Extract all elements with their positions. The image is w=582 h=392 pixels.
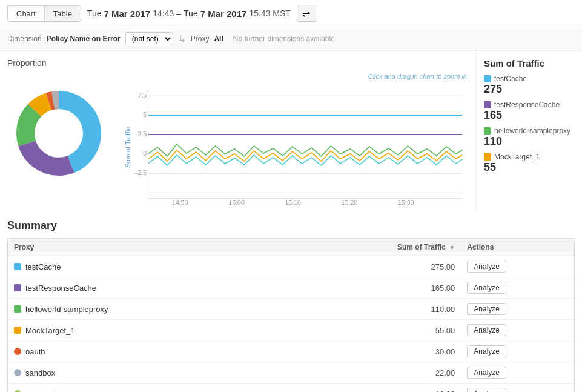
date-start-day: Tue [87, 8, 102, 18]
proxy-cell: testCache [8, 256, 320, 277]
traffic-value: 165.00 [319, 277, 461, 299]
traffic-value: 30.00 [319, 341, 461, 362]
legend-item-name: testResponseCache [484, 101, 575, 109]
legend-item: testCache 275 [484, 75, 575, 96]
svg-text:15:20: 15:20 [342, 199, 358, 206]
tab-chart[interactable]: Chart [8, 6, 45, 21]
proxy-cell: oauth [8, 341, 320, 362]
proxy-dot [14, 348, 21, 355]
dimension-separator: ↳ [178, 33, 186, 45]
svg-text:–2.5: –2.5 [134, 170, 147, 176]
summary-title: Summary [7, 219, 575, 232]
proxy-name: testResponseCache [25, 284, 96, 293]
proxy-dot [14, 263, 21, 270]
svg-text:2.5: 2.5 [138, 131, 147, 138]
date-end-day: Tue [184, 8, 198, 18]
sort-icon: ▼ [449, 244, 455, 251]
dimension-select[interactable]: (not set) [125, 32, 173, 45]
col-actions: Actions [461, 239, 574, 256]
date-start-time: 14:43 [153, 8, 174, 18]
line-chart[interactable]: Sum of Traffic 7.5 5 2.5 0 –2.5 [122, 84, 469, 205]
summary-section: Summary Proxy Sum of Traffic ▼ Actions t… [0, 212, 582, 392]
actions-cell: Analyze [461, 277, 574, 299]
legend-item: testResponseCache 165 [484, 101, 575, 122]
proxy-cell: sandbox [8, 362, 320, 384]
analyze-button[interactable]: Analyze [467, 261, 506, 273]
svg-text:0: 0 [143, 150, 147, 157]
proxy-cell: MockTarget_1 [8, 320, 320, 341]
analyze-button[interactable]: Analyze [467, 345, 506, 357]
tab-group: Chart Table [7, 5, 81, 22]
legend-item: helloworld-sampleproxy 110 [484, 127, 575, 148]
table-row: testCache 275.00 Analyze [8, 256, 575, 277]
traffic-value: 55.00 [319, 320, 461, 341]
right-legend-panel: Sum of Traffic testCache 275 testRespons… [476, 51, 582, 212]
date-end-bold: 7 Mar 2017 [200, 8, 247, 19]
traffic-value: 22.00 [319, 362, 461, 384]
summary-table: Proxy Sum of Traffic ▼ Actions testCache… [7, 238, 575, 392]
actions-cell: Analyze [461, 256, 574, 277]
table-row: sandbox 22.00 Analyze [8, 362, 575, 384]
line-chart-wrapper: Click and drag in chart to zoom in. Sum … [122, 73, 469, 205]
actions-cell: Analyze [461, 384, 574, 393]
date-start-bold: 7 Mar 2017 [104, 8, 150, 19]
legend-item-name: helloworld-sampleproxy [484, 127, 575, 135]
actions-cell: Analyze [461, 341, 574, 362]
header: Chart Table Tue 7 Mar 2017 14:43 – Tue 7… [0, 0, 582, 27]
proxy-name: mgmtapi [25, 390, 56, 393]
legend-item: MockTarget_1 55 [484, 153, 575, 174]
analyze-button[interactable]: Analyze [467, 282, 506, 294]
proxy-name: MockTarget_1 [25, 326, 75, 335]
legend-dot [484, 75, 491, 82]
table-row: oauth 30.00 Analyze [8, 341, 575, 362]
analyze-button[interactable]: Analyze [467, 303, 506, 315]
svg-text:15:00: 15:00 [228, 199, 245, 206]
analyze-button[interactable]: Analyze [467, 388, 506, 392]
col-traffic[interactable]: Sum of Traffic ▼ [319, 239, 461, 256]
swap-button[interactable]: ⇌ [297, 5, 316, 22]
legend-item-name: testCache [484, 75, 575, 83]
svg-point-6 [36, 110, 82, 156]
legend-item-value: 55 [484, 161, 575, 174]
dimension-link-proxy[interactable]: Proxy [191, 35, 210, 43]
date-end-time: 15:43 MST [249, 8, 290, 18]
proxy-name: sandbox [25, 368, 55, 377]
proxy-dot [14, 327, 21, 334]
actions-cell: Analyze [461, 299, 574, 320]
svg-text:5: 5 [143, 111, 147, 118]
legend-item-value: 110 [484, 135, 575, 148]
legend-item-value: 165 [484, 109, 575, 122]
legend-items: testCache 275 testResponseCache 165 hell… [484, 75, 575, 174]
proxy-cell: testResponseCache [8, 277, 320, 299]
charts-row: Click and drag in chart to zoom in. Sum … [7, 73, 469, 205]
legend-dot [484, 153, 491, 161]
proportion-title: Proportion [7, 58, 469, 68]
svg-text:14:50: 14:50 [172, 199, 188, 206]
legend-title: Sum of Traffic [484, 58, 575, 68]
date-range: Tue 7 Mar 2017 14:43 – Tue 7 Mar 2017 15… [87, 8, 291, 19]
dimension-label: Dimension [7, 35, 42, 43]
main-area: Proportion Click and d [0, 51, 582, 212]
analyze-button[interactable]: Analyze [467, 324, 506, 336]
proxy-name: oauth [25, 347, 45, 356]
zoom-hint: Click and drag in chart to zoom in. [368, 73, 469, 80]
table-row: mgmtapi 16.00 Analyze [8, 384, 575, 393]
table-row: helloworld-sampleproxy 110.00 Analyze [8, 299, 575, 320]
actions-cell: Analyze [461, 362, 574, 384]
svg-text:15:30: 15:30 [398, 199, 414, 206]
left-panel: Proportion Click and d [0, 51, 476, 212]
proxy-dot [14, 305, 21, 313]
dimension-bar: Dimension Policy Name on Error (not set)… [0, 27, 582, 51]
svg-text:15:10: 15:10 [285, 199, 302, 206]
legend-dot [484, 101, 491, 108]
tab-table[interactable]: Table [45, 6, 81, 21]
donut-chart [7, 73, 110, 194]
proxy-cell: mgmtapi [8, 384, 320, 393]
proxy-dot [14, 369, 21, 376]
table-row: testResponseCache 165.00 Analyze [8, 277, 575, 299]
traffic-value: 110.00 [319, 299, 461, 320]
dimension-link-all[interactable]: All [214, 35, 223, 43]
proxy-cell: helloworld-sampleproxy [8, 299, 320, 320]
table-row: MockTarget_1 55.00 Analyze [8, 320, 575, 341]
analyze-button[interactable]: Analyze [467, 367, 506, 379]
